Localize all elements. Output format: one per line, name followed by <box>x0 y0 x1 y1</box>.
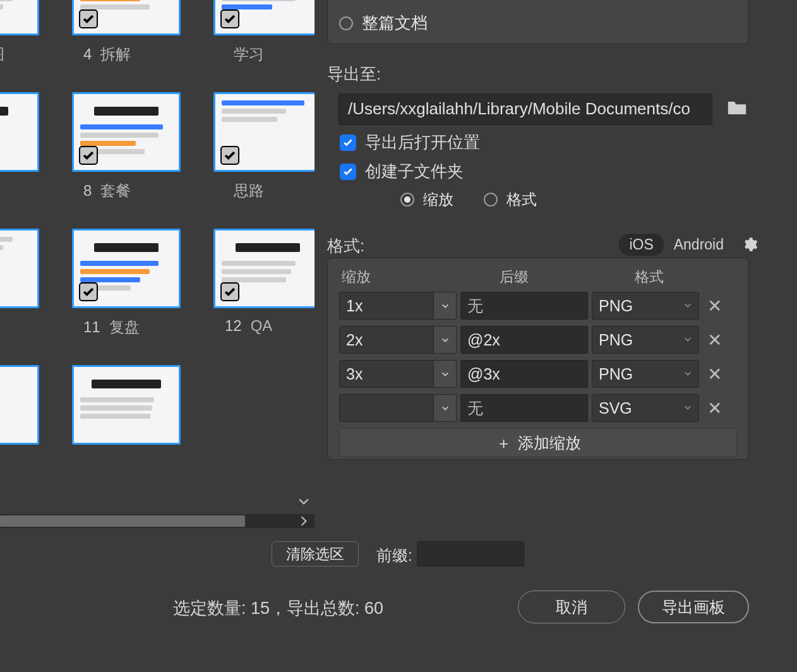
export-path-input[interactable]: /Users/xxglailahh/Library/Mobile Documen… <box>339 93 712 125</box>
checkbox-create-subfolder-label: 创建子文件夹 <box>365 160 464 183</box>
horizontal-scrollbar[interactable] <box>0 514 315 528</box>
file-format-select[interactable]: SVG <box>592 394 699 422</box>
artboard-thumbnail[interactable] <box>72 229 181 308</box>
artboard-caption: 沟通 <box>0 317 39 337</box>
scale-value[interactable]: 3x <box>339 360 434 388</box>
selection-check-icon[interactable] <box>79 282 98 301</box>
format-row: 2x@2xPNG✕ <box>339 326 737 354</box>
format-section-label: 格式: <box>327 235 364 257</box>
file-format-value: PNG <box>599 331 633 349</box>
artboard-number: 8 <box>83 182 92 200</box>
format-row: 3x@3xPNG✕ <box>339 360 737 388</box>
add-scale-button[interactable]: ＋ 添加缩放 <box>339 428 737 457</box>
artboard-item[interactable]: 思考 <box>0 365 39 474</box>
col-suffix: 后缀 <box>438 267 590 287</box>
suffix-input[interactable]: 无 <box>460 292 588 320</box>
chevron-right-icon[interactable] <box>298 515 309 528</box>
artboard-thumbnail[interactable] <box>0 0 39 35</box>
artboard-thumbnail[interactable] <box>0 365 39 445</box>
clear-selection-button[interactable]: 清除选区 <box>272 541 359 567</box>
artboard-thumbnail[interactable] <box>72 92 181 172</box>
selection-check-icon[interactable] <box>220 146 239 165</box>
scale-combo[interactable]: 2x <box>339 326 457 354</box>
scrollbar-handle[interactable] <box>0 515 245 527</box>
artboard-caption: 7工具 <box>0 181 39 201</box>
selection-check-icon[interactable] <box>220 9 239 28</box>
artboard-item[interactable]: 12QA <box>213 229 315 337</box>
chevron-down-icon[interactable] <box>298 496 309 510</box>
chevron-down-icon[interactable] <box>434 394 457 422</box>
suffix-input[interactable]: @3x <box>460 360 588 388</box>
file-format-select[interactable]: PNG <box>592 292 699 320</box>
radio-by-scale-label: 缩放 <box>423 189 453 210</box>
remove-row-button[interactable]: ✕ <box>699 330 729 351</box>
file-format-select[interactable]: PNG <box>592 326 699 354</box>
chevron-down-icon[interactable] <box>434 292 457 320</box>
remove-row-button[interactable]: ✕ <box>699 398 729 419</box>
format-row: 1x无PNG✕ <box>339 292 737 320</box>
remove-row-button[interactable]: ✕ <box>699 296 729 316</box>
suffix-input[interactable]: 无 <box>460 394 588 422</box>
artboard-title: QA <box>251 317 273 335</box>
artboard-thumbnail[interactable] <box>72 0 181 35</box>
scale-value[interactable]: 2x <box>339 326 434 354</box>
artboard-caption: 思路 <box>213 181 315 201</box>
file-format-value: SVG <box>599 399 632 417</box>
artboard-thumbnail[interactable] <box>72 365 181 445</box>
radio-icon <box>484 193 498 207</box>
selection-check-icon[interactable] <box>79 146 98 165</box>
artboard-item[interactable]: 思路 <box>213 92 315 201</box>
radio-subfolder-by-format[interactable]: 格式 <box>484 189 537 210</box>
checkbox-open-after-label: 导出后打开位置 <box>365 131 480 153</box>
preset-ios[interactable]: iOS <box>619 234 663 256</box>
radio-subfolder-by-scale[interactable]: 缩放 <box>400 189 453 210</box>
artboard-title: 学习 <box>234 44 264 64</box>
selection-check-icon[interactable] <box>79 9 98 28</box>
chevron-down-icon[interactable] <box>434 360 457 388</box>
scale-value[interactable]: 1x <box>339 292 434 320</box>
artboard-title: 思路 <box>234 181 264 201</box>
artboard-number: 4 <box>83 45 92 63</box>
checkbox-create-subfolder[interactable]: 创建子文件夹 <box>340 160 464 183</box>
preset-android[interactable]: Android <box>664 234 734 256</box>
artboard-thumbnail[interactable] <box>0 229 39 308</box>
artboard-item[interactable]: 3发展图 <box>0 0 39 64</box>
artboard-caption: 3发展图 <box>0 44 39 64</box>
artboard-thumbnail[interactable] <box>0 92 39 172</box>
scale-combo[interactable]: 3x <box>339 360 457 388</box>
file-format-select[interactable]: PNG <box>592 360 699 388</box>
artboard-item[interactable] <box>72 365 181 474</box>
chevron-down-icon[interactable] <box>434 326 457 354</box>
scale-combo[interactable] <box>339 394 457 422</box>
artboard-item[interactable]: 4拆解 <box>72 0 181 64</box>
artboard-title: 复盘 <box>109 317 140 337</box>
remove-row-button[interactable]: ✕ <box>699 364 729 385</box>
artboard-thumbnail[interactable] <box>213 92 315 172</box>
artboard-item[interactable]: 8套餐 <box>72 92 181 201</box>
file-format-value: PNG <box>599 365 633 383</box>
artboard-item[interactable]: 学习 <box>213 0 315 64</box>
cancel-button[interactable]: 取消 <box>518 591 625 623</box>
artboard-item[interactable]: 沟通 <box>0 229 39 337</box>
artboard-title: 套餐 <box>100 181 131 201</box>
selection-check-icon[interactable] <box>220 282 239 301</box>
folder-icon[interactable] <box>726 99 749 117</box>
artboard-thumbnail[interactable] <box>213 229 315 308</box>
artboard-item[interactable]: 7工具 <box>0 92 39 201</box>
radio-whole-document[interactable]: 整篇文档 <box>339 12 748 34</box>
checkbox-open-after-export[interactable]: 导出后打开位置 <box>340 131 480 153</box>
radio-by-format-label: 格式 <box>506 189 537 210</box>
chevron-down-icon <box>683 368 692 381</box>
artboard-caption: 思考 <box>0 453 39 474</box>
export-button[interactable]: 导出画板 <box>638 591 749 623</box>
format-preset-segment: iOS Android <box>619 234 734 256</box>
artboard-number: 12 <box>225 317 242 335</box>
scale-combo[interactable]: 1x <box>339 292 457 320</box>
scale-value[interactable] <box>339 394 434 422</box>
dialog-bottom-bar: 清除选区 前缀: 选定数量: 15，导出总数: 60 取消 导出画板 <box>0 532 797 672</box>
gear-icon[interactable] <box>741 236 758 255</box>
artboard-item[interactable]: 11复盘 <box>72 229 181 337</box>
prefix-input[interactable] <box>417 541 524 567</box>
suffix-input[interactable]: @2x <box>460 326 588 354</box>
artboard-thumbnail[interactable] <box>213 0 315 35</box>
